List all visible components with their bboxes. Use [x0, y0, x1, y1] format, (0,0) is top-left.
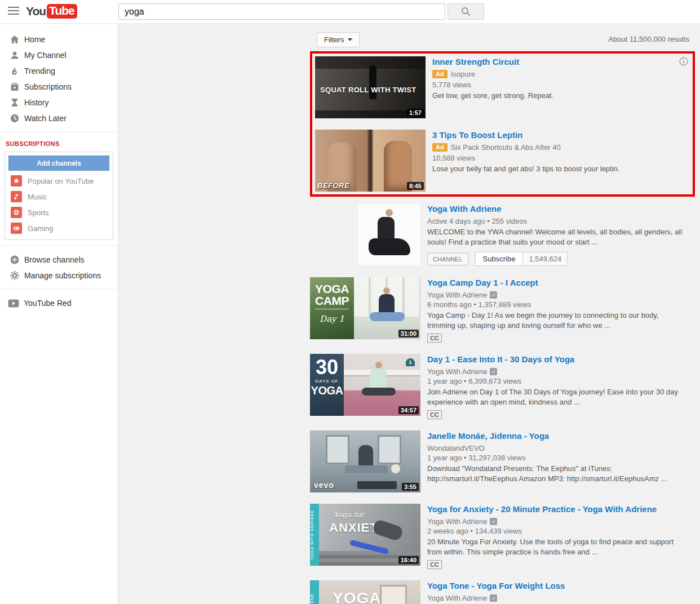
video-title-link[interactable]: Yoga Tone - Yoga For Weight Loss	[427, 581, 688, 591]
sports-ball-icon	[11, 207, 22, 218]
channel-title-link[interactable]: Yoga With Adriene	[427, 204, 688, 214]
sidebar-item-subscriptions[interactable]: Subscriptions	[0, 79, 118, 95]
thumbnail-art	[357, 481, 397, 489]
ad-title-link[interactable]: 3 Tips To Boost Leptin	[432, 130, 690, 140]
ad-info-icon[interactable]	[679, 57, 688, 66]
verified-badge-icon	[490, 518, 497, 525]
thumbnail-side-strip-text: YOGA WITH ADRIENE	[310, 504, 319, 566]
video-thumbnail[interactable]: WITH ADRIENE YOGA	[310, 580, 420, 604]
search-button[interactable]	[448, 3, 484, 20]
channel-name-link[interactable]: Yoga With Adriene	[427, 291, 487, 299]
video-title-link[interactable]: Yoga Camp Day 1 - I Accept	[427, 278, 688, 288]
video-result: WITH ADRIENE YOGA Yoga Tone - Yoga For W…	[310, 580, 695, 604]
video-description: 20 Minute Yoga For Anxiety. Use the tool…	[427, 537, 688, 557]
youtube-red-icon	[8, 299, 20, 308]
channel-name-link[interactable]: Yoga With Adriene	[427, 594, 487, 602]
video-description: Download "Wondaland Presents: The Eephus…	[427, 464, 688, 483]
home-icon	[9, 34, 20, 45]
thumbnail-art	[345, 465, 388, 473]
video-result: YOGA WITH ADRIENE Yoga for ANXIETY 16:40…	[310, 504, 695, 569]
channel-avatar[interactable]	[358, 203, 420, 265]
filters-button[interactable]: Filters	[317, 32, 360, 47]
sidebar-item-manage-subscriptions[interactable]: Manage subscriptions	[0, 268, 118, 283]
video-title-link[interactable]: Day 1 - Ease Into It - 30 Days of Yoga	[427, 354, 688, 365]
hamburger-menu-icon[interactable]	[8, 7, 19, 16]
video-thumbnail[interactable]: BEFORE 8:45	[315, 130, 426, 192]
video-duration: 34:57	[398, 406, 419, 414]
youtube-search-page: You Tube Home My Channel Trending	[0, 0, 700, 604]
sidebar-item-music[interactable]: Music	[8, 189, 109, 205]
sidebar-item-home[interactable]: Home	[0, 32, 118, 47]
subscriptions-box: Add channels Popular on YouTube Music Sp…	[5, 152, 113, 240]
person-icon	[9, 50, 20, 61]
sidebar-item-trending[interactable]: Trending	[0, 63, 118, 79]
sidebar-item-browse-channels[interactable]: Browse channels	[0, 252, 118, 268]
ad-description: Lose your belly fat and get abs! 3 tips …	[432, 164, 690, 174]
ad-badge: Ad	[432, 143, 448, 152]
channel-name-link[interactable]: Yoga With Adriene	[427, 517, 487, 526]
cc-badge: CC	[427, 334, 442, 343]
video-thumbnail[interactable]: YOGA CAMP Day 1 31:00	[310, 277, 420, 339]
video-title-link[interactable]: Yoga for Anxiety - 20 Minute Practice - …	[427, 504, 688, 514]
sidebar-item-history[interactable]: History	[0, 95, 118, 110]
sidebar-item-label: Browse channels	[24, 255, 85, 264]
main-content: Filters About 11,500,000 results SQUAT R	[119, 24, 700, 604]
sidebar-item-label: Home	[24, 35, 45, 44]
channel-name-link[interactable]: WondalandVEVO	[427, 444, 485, 452]
sidebar-divider	[0, 132, 118, 132]
logo-tube-text: Tube	[47, 4, 77, 19]
sidebar-item-popular-on-youtube[interactable]: Popular on YouTube	[8, 173, 109, 189]
channel-description: WELCOME to the YWA channel! Welcome all …	[427, 227, 688, 247]
ad-result: BEFORE 8:45 3 Tips To Boost Leptin Ad Si…	[315, 130, 690, 192]
channel-name-link[interactable]: Yoga With Adriene	[427, 367, 487, 376]
filters-label: Filters	[324, 35, 344, 44]
sidebar-divider	[0, 289, 118, 290]
cc-badge: CC	[427, 410, 442, 419]
subscriptions-header: SUBSCRIPTIONS	[0, 138, 118, 150]
view-count: 10,588 views	[432, 154, 690, 162]
video-thumbnail[interactable]: SQUAT ROLL WITH TWIST 1:57	[315, 56, 426, 118]
vevo-watermark: vevo	[314, 481, 334, 490]
thumbnail-art	[358, 445, 373, 468]
results-header: Filters About 11,500,000 results	[310, 24, 695, 51]
ad-title-link[interactable]: Inner Strength Circuit	[432, 57, 690, 67]
chevron-down-icon	[348, 38, 352, 41]
cc-badge: CC	[427, 560, 442, 569]
results-count: About 11,500,000 results	[608, 35, 689, 43]
video-title-link[interactable]: Janelle Monáe, Jidenna - Yoga	[427, 431, 688, 441]
thumbnail-art	[369, 238, 410, 255]
thumbnail-overlay-text: 30	[310, 357, 344, 378]
video-thumbnail[interactable]: YOGA WITH ADRIENE Yoga for ANXIETY 16:40	[310, 504, 420, 566]
thumbnail-overlay-text: DAYS OF	[310, 379, 344, 384]
music-note-icon	[11, 191, 22, 202]
heart-badge: 1	[406, 358, 415, 366]
video-thumbnail[interactable]: vevo 3:55	[310, 430, 420, 492]
view-count: 5,778 views	[432, 81, 690, 89]
channel-label: Sports	[28, 208, 49, 217]
sidebar-item-sports[interactable]: Sports	[8, 205, 109, 220]
thumbnail-art: 30 DAYS OF YOGA	[310, 354, 344, 416]
sidebar-item-youtube-red[interactable]: YouTube Red	[0, 295, 118, 311]
youtube-logo[interactable]: You Tube	[26, 4, 77, 19]
search-input[interactable]	[118, 3, 445, 20]
gear-icon	[9, 270, 20, 281]
sidebar-item-watch-later[interactable]: Watch Later	[0, 110, 118, 126]
sidebar-item-label: Manage subscriptions	[24, 271, 101, 280]
sidebar-item-label: YouTube Red	[24, 299, 72, 308]
subscribe-button[interactable]: Subscribe	[475, 252, 524, 266]
add-channels-button[interactable]: Add channels	[8, 156, 109, 171]
video-description: Join Adriene on Day 1 of The 30 Days of …	[427, 387, 688, 407]
top-bar: You Tube	[0, 0, 700, 24]
thumbnail-overlay-text: BEFORE	[317, 181, 349, 190]
video-meta: 2 weeks ago • 134,439 views	[427, 527, 688, 535]
thumbnail-overlay-text: Yoga for	[334, 510, 364, 519]
sidebar-item-gaming[interactable]: Gaming	[8, 220, 109, 236]
sidebar-item-label: Trending	[24, 66, 55, 76]
video-thumbnail[interactable]: 30 DAYS OF YOGA 1 34:57	[310, 354, 420, 416]
sidebar-item-label: Watch Later	[24, 114, 67, 123]
thumbnail-art	[369, 65, 376, 99]
flame-icon	[9, 65, 20, 77]
thumbnail-overlay-text: Day 1	[310, 314, 354, 324]
thumbnail-art: YOGA CAMP Day 1	[310, 277, 354, 339]
sidebar-item-my-channel[interactable]: My Channel	[0, 47, 118, 63]
